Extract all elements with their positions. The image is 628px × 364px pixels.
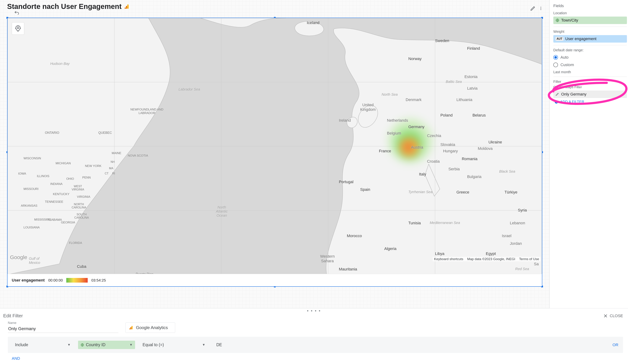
filter-heading: Filter [553, 80, 627, 84]
and-button[interactable]: AND [12, 356, 20, 361]
filter-item[interactable]: Only Germany [553, 90, 627, 98]
svg-rect-18 [130, 327, 131, 329]
weight-field-name: User engagement [565, 37, 596, 41]
edit-filter-panel: ● ● ● ● Edit Filter CLOSE Name Google An… [0, 308, 628, 364]
google-analytics-icon [129, 325, 134, 330]
google-logo: Google [10, 254, 27, 260]
legend-max: 03:54:25 [91, 278, 106, 282]
location-field-name: Town/City [561, 18, 578, 23]
google-analytics-icon [124, 4, 130, 9]
undo-icon[interactable] [14, 10, 19, 15]
plus-circle-icon [554, 100, 558, 104]
more-vert-icon[interactable] [539, 6, 543, 11]
location-field-chip[interactable]: Town/City [553, 17, 627, 24]
close-button[interactable]: CLOSE [603, 314, 623, 318]
filter-name: Only Germany [561, 92, 586, 97]
svg-point-14 [17, 27, 19, 29]
legend-gradient [66, 278, 88, 283]
svg-rect-0 [127, 4, 129, 9]
filter-condition-row: Include ▼ Country ID ▼ Equal to (=) ▼ DE… [8, 337, 623, 353]
close-icon [603, 314, 608, 318]
condition-operator-select[interactable]: Equal to (=) ▼ [140, 341, 208, 349]
keyboard-shortcuts-link[interactable]: Keyboard shortcuts [434, 257, 463, 261]
date-range-custom[interactable]: Custom [553, 63, 627, 67]
svg-point-4 [541, 8, 541, 9]
map-viewport[interactable]: Google Iceland Sweden Norway Finland Est… [7, 18, 542, 275]
condition-value[interactable]: DE [216, 342, 222, 347]
panel-drag-handle[interactable]: ● ● ● ● [0, 308, 628, 312]
pencil-icon [555, 92, 559, 96]
svg-rect-1 [126, 6, 127, 9]
svg-rect-17 [132, 326, 132, 329]
google-maps-chart[interactable]: Google Iceland Sweden Norway Finland Est… [7, 18, 542, 287]
edit-filter-title: Edit Filter [3, 313, 23, 319]
or-button[interactable]: OR [613, 343, 618, 347]
properties-panel: Fields Location Town/City Weight AUT Use… [550, 0, 628, 308]
terms-link[interactable]: Terms of Use [519, 257, 539, 261]
globe-icon [80, 343, 84, 347]
svg-point-3 [541, 7, 541, 7]
report-canvas[interactable]: Standorte nach User Engagement [0, 0, 550, 308]
chevron-down-icon: ▼ [202, 343, 205, 347]
legend-min: 00:00:00 [48, 278, 63, 282]
weight-label: Weight [553, 30, 627, 34]
location-label: Location [553, 11, 627, 15]
condition-field-select[interactable]: Country ID ▼ [78, 341, 135, 349]
svg-point-2 [125, 7, 126, 9]
filter-name-input[interactable] [8, 325, 118, 333]
radio-icon [553, 55, 558, 60]
globe-icon [555, 18, 559, 22]
data-source-select[interactable]: Google Analytics [125, 322, 175, 333]
gmaps-filter-label: Google Maps Filter [553, 85, 627, 89]
svg-point-19 [129, 328, 130, 329]
date-range-auto[interactable]: Auto [553, 55, 627, 60]
chevron-down-icon: ▼ [129, 343, 133, 347]
chart-title: Standorte nach User Engagement [7, 2, 122, 10]
include-exclude-select[interactable]: Include ▼ [12, 341, 73, 349]
map-data-text: Map data ©2023 Google, INEGI [467, 257, 515, 261]
filter-name-label: Name [8, 321, 118, 325]
svg-point-5 [541, 9, 541, 10]
add-filter-button[interactable]: ADD A FILTER [553, 98, 627, 106]
edit-pencil-icon[interactable] [530, 6, 536, 11]
chart-header: Standorte nach User Engagement [7, 2, 542, 10]
map-basemap [7, 18, 542, 275]
fields-heading: Fields [553, 3, 627, 8]
map-attribution: Keyboard shortcuts Map data ©2023 Google… [433, 257, 541, 261]
legend-metric-label: User engagement [12, 278, 45, 283]
map-legend: User engagement 00:00:00 03:54:25 [7, 274, 542, 286]
date-range-label: Default date range: [553, 48, 627, 52]
map-location-button[interactable] [12, 22, 24, 35]
field-type-badge: AUT [555, 37, 563, 41]
chevron-down-icon: ▼ [67, 343, 71, 347]
last-month-text: Last month [553, 70, 627, 74]
radio-icon [553, 63, 558, 67]
weight-field-chip[interactable]: AUT User engagement [553, 35, 627, 43]
